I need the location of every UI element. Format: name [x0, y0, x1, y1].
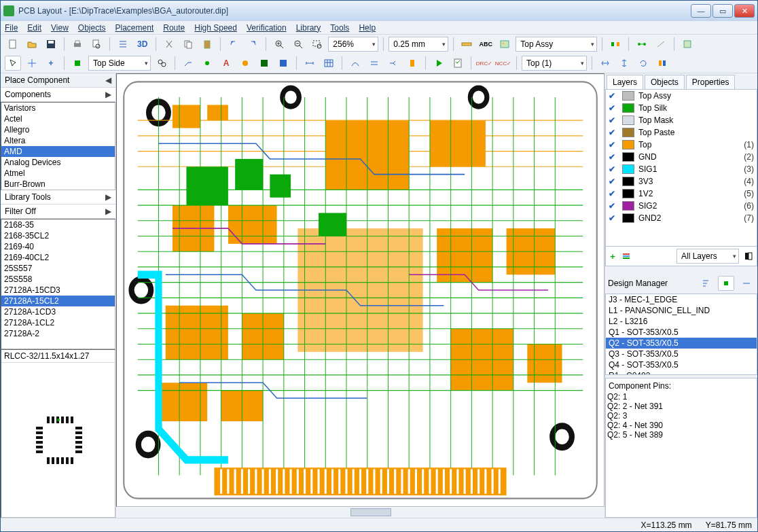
pad-icon[interactable]	[237, 56, 253, 71]
components-hdr[interactable]: Components▶	[1, 88, 115, 102]
zoom-window-icon[interactable]	[309, 37, 325, 52]
list-icon[interactable]	[115, 37, 131, 52]
part-item[interactable]: 2168-35	[1, 219, 115, 230]
fanout-icon[interactable]: A	[218, 56, 234, 71]
flip-v-icon[interactable]	[616, 56, 632, 71]
print-icon[interactable]	[69, 37, 86, 52]
layer-visible-icon[interactable]: ✔	[609, 201, 618, 211]
3d-button[interactable]: 3D	[134, 37, 151, 52]
menu-placement[interactable]: Placement	[115, 23, 154, 33]
properties-icon[interactable]	[679, 37, 696, 52]
library-item[interactable]: Altera	[1, 135, 115, 146]
layer-color-swatch[interactable]	[622, 116, 634, 125]
dm-component-icon[interactable]	[718, 276, 734, 291]
preview-icon[interactable]	[88, 37, 105, 52]
layer-row[interactable]: ✔GND(2)	[606, 151, 757, 163]
zoom-in-icon[interactable]	[271, 37, 287, 52]
zoom-combo[interactable]: 256%	[328, 37, 378, 52]
layer-color-swatch[interactable]	[622, 164, 634, 174]
rotate-icon[interactable]	[635, 56, 651, 71]
dimension-icon[interactable]	[302, 56, 318, 71]
library-item[interactable]: Actel	[1, 113, 115, 124]
menu-view[interactable]: View	[51, 23, 69, 33]
layer-visible-icon[interactable]: ✔	[609, 128, 618, 137]
filter-hdr[interactable]: Filter Off▶	[1, 205, 115, 219]
part-item[interactable]: 25S558	[1, 274, 115, 285]
part-item[interactable]: 25S557	[1, 263, 115, 274]
dm-item[interactable]: Q1 - SOT-353/X0.5	[606, 327, 757, 338]
dm-sort-icon[interactable]	[698, 276, 714, 291]
menu-highspeed[interactable]: High Speed	[194, 23, 237, 33]
part-item[interactable]: 27128A-2	[1, 328, 115, 339]
layer-visible-icon[interactable]: ✔	[609, 140, 618, 149]
layer-color-swatch[interactable]	[622, 128, 634, 137]
layer-stack-icon[interactable]	[621, 251, 632, 262]
layer-color-swatch[interactable]	[622, 213, 634, 223]
dm-item[interactable]: L1 - PANASONIC_ELL_IND	[606, 305, 757, 316]
net-icon[interactable]	[634, 37, 650, 52]
part-item[interactable]: 2169-40CL2	[1, 252, 115, 263]
layer-row[interactable]: ✔3V3(4)	[606, 175, 757, 188]
cut-icon[interactable]	[161, 37, 177, 52]
contrast-icon[interactable]	[743, 251, 754, 262]
dm-item[interactable]: Q2 - SOT-353/X0.5	[606, 338, 757, 349]
bus-icon[interactable]	[404, 56, 420, 71]
library-item[interactable]: Atmel	[1, 168, 115, 179]
h-scrollbar[interactable]	[116, 507, 604, 518]
route-manual-icon[interactable]	[180, 56, 196, 71]
menu-file[interactable]: File	[5, 23, 18, 33]
part-item[interactable]: 27128A-1CL2	[1, 317, 115, 328]
unroute-icon[interactable]	[653, 37, 669, 52]
layer-color-swatch[interactable]	[622, 103, 634, 113]
menu-objects[interactable]: Objects	[78, 23, 106, 33]
layer-row[interactable]: ✔1V2(5)	[606, 188, 757, 200]
copy-icon[interactable]	[180, 37, 196, 52]
zoom-out-icon[interactable]	[290, 37, 306, 52]
menu-help[interactable]: Help	[359, 23, 376, 33]
check2-icon[interactable]: NCC✓	[495, 56, 511, 71]
layers-list[interactable]: ✔Top Assy✔Top Silk✔Top Mask✔Top Paste✔To…	[605, 89, 757, 247]
pin-item[interactable]: Q2: 3	[607, 411, 755, 421]
layer-row[interactable]: ✔Top Paste	[606, 126, 757, 139]
layer-color-swatch[interactable]	[622, 152, 634, 162]
via-icon[interactable]	[199, 56, 215, 71]
minimize-button[interactable]: —	[691, 4, 711, 18]
menu-library[interactable]: Library	[296, 23, 321, 33]
layer-visible-icon[interactable]: ✔	[609, 213, 618, 223]
part-list[interactable]: 2168-352168-35CL22169-402169-40CL225S557…	[1, 219, 115, 349]
close-button[interactable]: ✕	[734, 4, 755, 18]
cursor-icon[interactable]	[5, 56, 21, 71]
layer-row[interactable]: ✔GND2(7)	[606, 212, 757, 224]
side-combo[interactable]: Top Side	[88, 56, 151, 71]
layer-visible-icon[interactable]: ✔	[609, 91, 618, 101]
run-icon[interactable]	[431, 56, 447, 71]
keepout-icon[interactable]	[275, 56, 291, 71]
pin-item[interactable]: Q2: 2 - Net 391	[607, 402, 755, 411]
layer-visible-icon[interactable]: ✔	[609, 164, 618, 174]
component-icon[interactable]	[69, 56, 86, 71]
part-item[interactable]: 27128A-1CD3	[1, 306, 115, 317]
part-item[interactable]: 2168-35CL2	[1, 230, 115, 241]
layer-visible-icon[interactable]: ✔	[609, 152, 618, 162]
ratsnest-icon[interactable]	[347, 56, 363, 71]
layer-visible-icon[interactable]: ✔	[609, 177, 618, 186]
pan-icon[interactable]	[24, 56, 40, 71]
layer-row[interactable]: ✔Top Assy	[606, 90, 757, 102]
library-item[interactable]: AMD	[1, 146, 115, 157]
part-item[interactable]: 27128A-15CD3	[1, 285, 115, 296]
diffpair-icon[interactable]	[366, 56, 382, 71]
layer-row[interactable]: ✔SIG1(3)	[606, 163, 757, 175]
layer-row[interactable]: ✔SIG2(6)	[606, 200, 757, 212]
pcb-canvas[interactable]	[116, 73, 604, 507]
table-icon[interactable]	[321, 56, 337, 71]
layer-row[interactable]: ✔Top Mask	[606, 114, 757, 126]
redo-icon[interactable]	[245, 37, 261, 52]
mirror-icon[interactable]	[654, 56, 670, 71]
image-icon[interactable]	[497, 37, 513, 52]
layer-color-swatch[interactable]	[622, 201, 634, 211]
add-layer-icon[interactable]: ＋	[609, 251, 617, 262]
layer-color-swatch[interactable]	[622, 177, 634, 186]
save-icon[interactable]	[43, 37, 59, 52]
tab-properties[interactable]: Properties	[686, 75, 736, 89]
copper-pour-icon[interactable]	[256, 56, 272, 71]
